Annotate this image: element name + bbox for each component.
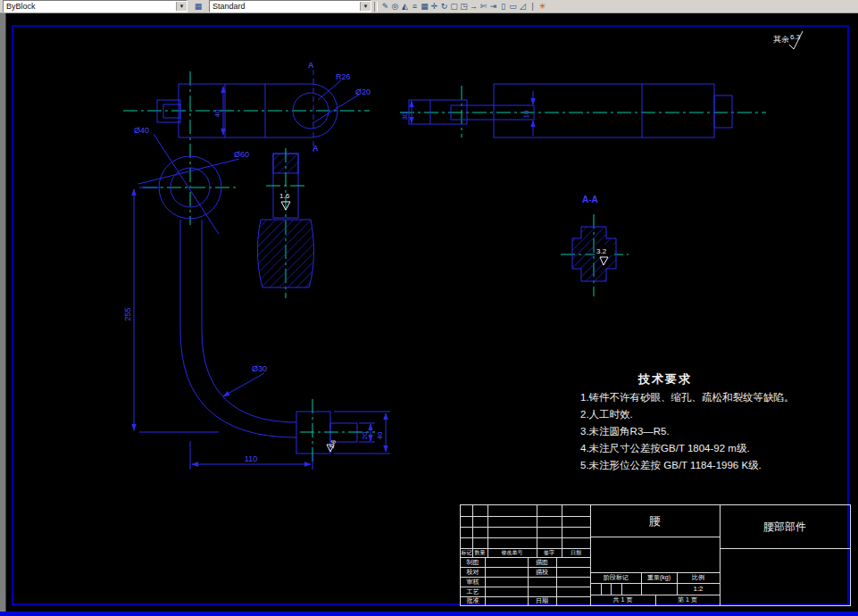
erase-icon[interactable]: ✎ — [380, 1, 390, 12]
dim-arm-height: 255 — [123, 307, 132, 320]
style-combo-value: Standard — [210, 2, 360, 11]
section-cut-label-top: A — [308, 61, 314, 70]
offset-icon[interactable]: ≡ — [410, 1, 420, 12]
join-icon[interactable]: ∣ — [528, 1, 537, 12]
rev-header-qty: 数量 — [472, 548, 487, 557]
hub-view: Ø40 Ø60 — [134, 126, 249, 234]
dim-hub-inner: Ø40 — [134, 126, 149, 135]
explode-icon[interactable]: ✳ — [537, 1, 547, 12]
chevron-down-icon[interactable]: ▼ — [176, 2, 187, 11]
rotate-icon[interactable]: ↻ — [439, 1, 449, 12]
scale-icon[interactable]: ▢ — [449, 1, 459, 12]
sign-traced: 描图 — [528, 557, 556, 567]
bottom-window-strip — [0, 612, 858, 616]
toolbar-separator — [374, 2, 378, 12]
top-toolbar: ByBlock ▼ ▦ Standard ▼ ✎ ◎ ◭ ≡ ▦ ✛ ↻ ▢ ◳… — [0, 0, 858, 13]
front-view: 40 R26 Ø20 A A — [123, 61, 371, 225]
general-roughness-note: 其余 6.3 — [773, 31, 803, 49]
section-aa-view: A-A 3.2 — [561, 195, 629, 296]
section-view-label: A-A — [582, 195, 598, 204]
sheets-total: 共 1 页 — [590, 595, 655, 605]
side-view: 30 10 — [400, 84, 766, 137]
sign-approved: 批准 — [461, 596, 485, 605]
chevron-down-icon[interactable]: ▼ — [360, 2, 371, 11]
technical-requirements: 技术要求 1.铸件不许有砂眼、缩孔、疏松和裂纹等缺陷。 2.人工时效. 3.未注… — [580, 371, 848, 472]
dim-hub-outer: Ø60 — [234, 150, 249, 159]
part-name: 腰 — [590, 505, 720, 537]
dim-tongue-height: 20 — [361, 431, 369, 439]
color-control-combo[interactable]: ByBlock ▼ — [3, 0, 187, 12]
dim-end-radius: R26 — [336, 72, 351, 81]
array-icon[interactable]: ▦ — [420, 1, 429, 12]
general-roughness-value: 6.3 — [790, 33, 801, 41]
color-control-value: ByBlock — [4, 2, 176, 11]
sign-checked: 校对 — [461, 567, 485, 577]
tech-req-item: 2.人工时效. — [580, 408, 848, 421]
move-icon[interactable]: ✛ — [429, 1, 439, 12]
general-roughness-prefix: 其余 — [773, 35, 789, 44]
rev-header-mark: 标记 — [461, 548, 472, 557]
dim-arm-reach: 110 — [245, 454, 257, 463]
left-window-strip — [0, 12, 6, 616]
sign-drafted: 制图 — [461, 557, 485, 567]
dim-bore: Ø20 — [355, 87, 371, 96]
fillet-icon[interactable]: ◿ — [518, 1, 528, 12]
sign-date: 日期 — [528, 596, 556, 605]
weight-label: 重量(kg) — [641, 572, 677, 583]
lengthen-icon[interactable]: → — [469, 1, 479, 12]
roughness-section: 3.2 — [596, 247, 607, 255]
style-combo[interactable]: Standard ▼ — [209, 0, 371, 12]
dim-block-height: 40 — [376, 431, 384, 439]
dim-body-width: 40 — [213, 109, 221, 117]
roughness-boss: 1.6 — [279, 192, 290, 200]
tech-req-item: 4.未注尺寸公差按GB/T 1804-92 m级. — [580, 442, 848, 455]
rev-header-date: 日期 — [562, 548, 590, 557]
rev-header-sign: 签字 — [537, 548, 562, 557]
stretch-icon[interactable]: ◳ — [459, 1, 469, 12]
chamfer-icon[interactable]: ▭ — [508, 1, 518, 12]
break-icon[interactable]: ▯ — [498, 1, 508, 12]
scale-label: 比例 — [677, 572, 720, 583]
sign-reviewed: 审核 — [461, 577, 485, 587]
dim-tube-dia: Ø30 — [252, 364, 267, 373]
tech-req-title: 技术要求 — [598, 371, 732, 387]
sheet-number: 第 1 页 — [655, 595, 720, 605]
trim-icon[interactable]: ✄ — [479, 1, 488, 12]
component-name: 腰部部件 — [720, 505, 850, 548]
title-block: 标记 数量 修改单号 签字 日期 制图 校对 审核 工艺 批准 描图 描校 日期… — [460, 504, 851, 606]
sign-process: 工艺 — [461, 587, 485, 596]
boss-section-view: 1.6 — [257, 148, 313, 298]
tech-req-item: 3.未注圆角R3—R5. — [580, 425, 848, 438]
rev-header-doc: 修改单号 — [487, 548, 537, 557]
style-manager-button[interactable]: ▦ — [190, 0, 206, 12]
cad-window: 40 R26 Ø20 A A Ø40 Ø60 1.6 — [0, 0, 858, 616]
section-cut-label-bottom: A — [312, 144, 319, 153]
stage-mark-label: 阶段标记 — [591, 572, 641, 583]
tech-req-item: 5.未注形位公差按 GB/T 1184-1996 K级. — [580, 459, 848, 472]
sign-trace-check: 描校 — [528, 567, 556, 577]
style-manager-icon: ▦ — [195, 2, 203, 11]
mirror-icon[interactable]: ◭ — [400, 1, 410, 12]
roughness-block: 1.6 — [328, 439, 337, 450]
copy-icon[interactable]: ◎ — [390, 1, 400, 12]
scale-value: 1:2 — [677, 583, 720, 595]
extend-icon[interactable]: ⇥ — [488, 1, 498, 12]
tech-req-item: 1.铸件不许有砂眼、缩孔、疏松和裂纹等缺陷。 — [580, 391, 848, 404]
l-arm-view: 255 110 Ø30 20 40 1.6 — [123, 187, 390, 470]
dim-stub-dia: 30 — [401, 112, 409, 120]
dim-key: 10 — [522, 110, 530, 118]
